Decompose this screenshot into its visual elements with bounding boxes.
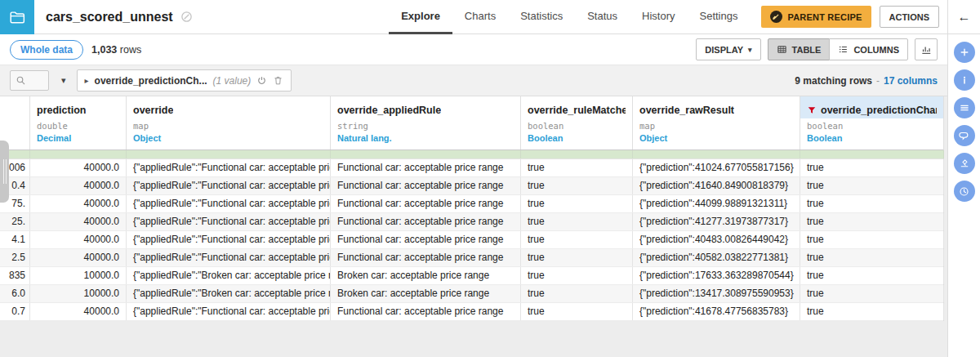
column-meaning[interactable] (0, 120, 29, 127)
table-cell[interactable]: 40000.0 (30, 159, 127, 176)
actions-button[interactable]: ACTIONS (880, 6, 940, 28)
columns-view-button[interactable]: COLUMNS (829, 38, 908, 60)
column-header-override[interactable]: overridemapObject (127, 96, 331, 149)
table-cell[interactable]: {"appliedRule":"Functional car: acceptab… (127, 303, 331, 320)
trash-icon[interactable] (273, 75, 283, 86)
table-cell[interactable]: 40000.0 (30, 195, 127, 212)
filter-toggle-icon[interactable] (256, 75, 267, 86)
table-cell[interactable]: {"prediction":41640.84900818379} (633, 177, 800, 194)
schema-icon[interactable] (954, 97, 975, 118)
discussions-icon[interactable] (954, 125, 975, 146)
table-cell[interactable]: Functional car: acceptable price range (331, 195, 521, 212)
table-cell[interactable]: {"prediction":41277.31973877317} (633, 213, 800, 230)
table-cell[interactable]: 10000.0 (30, 285, 127, 302)
table-cell[interactable]: true (800, 249, 944, 266)
table-cell[interactable]: true (521, 285, 633, 302)
table-cell[interactable]: true (800, 177, 944, 194)
column-meaning[interactable]: Decimal (30, 132, 126, 149)
columns-count-link[interactable]: 17 columns (884, 75, 938, 87)
column-meaning[interactable]: Object (633, 132, 800, 149)
table-cell[interactable]: {"appliedRule":"Functional car: acceptab… (127, 195, 331, 212)
column-meaning[interactable]: Natural lang. (331, 132, 520, 149)
chevron-down-icon[interactable]: ▾ (61, 75, 66, 86)
table-cell[interactable]: 40000.0 (30, 213, 127, 230)
tab-history[interactable]: History (630, 0, 687, 34)
table-cell[interactable]: true (800, 267, 944, 284)
table-cell[interactable]: Functional car: acceptable price range (331, 213, 521, 230)
tab-status[interactable]: Status (575, 0, 630, 34)
table-cell[interactable]: true (521, 267, 633, 284)
table-cell[interactable]: {"prediction":40582.03822771381} (633, 249, 800, 266)
left-panel-handle[interactable] (0, 141, 9, 203)
table-cell[interactable]: Functional car: acceptable price range (331, 249, 521, 266)
table-cell[interactable]: true (800, 303, 944, 320)
column-header-override_predictionChanged[interactable]: override_predictionChangedbooleanBoolean (800, 96, 944, 149)
table-cell[interactable]: {"appliedRule":"Functional car: acceptab… (127, 249, 331, 266)
table-cell[interactable]: 40000.0 (30, 177, 127, 194)
tab-statistics[interactable]: Statistics (508, 0, 575, 34)
parent-recipe-button[interactable]: PARENT RECIPE (761, 6, 871, 28)
table-cell[interactable]: 40000.0 (30, 231, 127, 248)
sample-badge[interactable]: Whole data (10, 40, 83, 60)
dataset-icon[interactable] (0, 0, 34, 34)
filter-chip[interactable]: ▸ override_predictionCh... (1 value) (77, 69, 292, 91)
column-header-override_rawResult[interactable]: override_rawResultmapObject (633, 96, 800, 149)
table-view-button[interactable]: TABLE (768, 38, 831, 60)
clock-icon[interactable] (954, 181, 975, 202)
charts-quick-button[interactable] (915, 38, 938, 60)
table-cell[interactable]: 10000.0 (30, 267, 127, 284)
table-cell[interactable]: {"prediction":13417.308975590953} (633, 285, 800, 302)
table-cell[interactable]: true (521, 177, 633, 194)
table-cell[interactable]: true (521, 213, 633, 230)
table-cell[interactable]: .25 (0, 213, 30, 230)
table-cell[interactable]: {"prediction":40483.00826449042} (633, 231, 800, 248)
table-cell[interactable]: Broken car: acceptable price range (331, 267, 521, 284)
table-cell[interactable]: true (800, 231, 944, 248)
tab-explore[interactable]: Explore (389, 0, 452, 34)
table-cell[interactable]: 835 (0, 267, 30, 284)
table-cell[interactable]: {"prediction":44099.98891321311} (633, 195, 800, 212)
table-cell[interactable]: true (800, 285, 944, 302)
tab-settings[interactable]: Settings (687, 0, 750, 34)
column-meaning[interactable]: Boolean (800, 132, 943, 149)
table-cell[interactable]: {"appliedRule":"Functional car: acceptab… (127, 159, 331, 176)
table-cell[interactable]: {"appliedRule":"Broken car: acceptable p… (127, 285, 331, 302)
highlighted-row-sliver[interactable] (0, 150, 943, 159)
table-cell[interactable]: 6.0 (0, 285, 30, 302)
table-cell[interactable]: true (800, 159, 944, 176)
display-dropdown[interactable]: DISPLAY ▾ (696, 38, 760, 60)
table-cell[interactable]: true (521, 303, 633, 320)
info-icon[interactable] (954, 69, 975, 91)
column-header-override_ruleMatched[interactable]: override_ruleMatchedbooleanBoolean (521, 96, 633, 149)
lab-icon[interactable] (954, 153, 975, 174)
table-cell[interactable]: 40000.0 (30, 303, 127, 320)
table-cell[interactable]: true (521, 159, 633, 176)
back-icon[interactable]: ← (958, 11, 971, 24)
column-meaning[interactable]: Boolean (521, 132, 632, 149)
table-cell[interactable]: Functional car: acceptable price range (331, 159, 521, 176)
table-cell[interactable]: {"appliedRule":"Functional car: acceptab… (127, 231, 331, 248)
table-cell[interactable]: true (800, 195, 944, 212)
table-cell[interactable]: true (521, 249, 633, 266)
table-cell[interactable]: Functional car: acceptable price range (331, 231, 521, 248)
tab-charts[interactable]: Charts (452, 0, 508, 34)
table-cell[interactable]: {"prediction":41678.47756835783} (633, 303, 800, 320)
search-input[interactable] (10, 70, 49, 91)
table-cell[interactable]: {"prediction":17633.363289870544} (633, 267, 800, 284)
table-cell[interactable]: 0.7 (0, 303, 30, 320)
table-cell[interactable]: true (521, 231, 633, 248)
table-cell[interactable]: {"appliedRule":"Functional car: acceptab… (127, 177, 331, 194)
table-cell[interactable]: true (800, 213, 944, 230)
table-cell[interactable]: true (521, 195, 633, 212)
table-cell[interactable]: Functional car: acceptable price range (331, 177, 521, 194)
column-meaning[interactable]: Object (127, 132, 330, 149)
column-header-override_appliedRule[interactable]: override_appliedRulestringNatural lang. (331, 96, 521, 149)
table-cell[interactable]: 4.1 (0, 231, 30, 248)
collapse-arrow-icon[interactable]: ▸ (85, 76, 89, 85)
table-cell[interactable]: {"appliedRule":"Broken car: acceptable p… (127, 267, 331, 284)
table-cell[interactable]: 2.5 (0, 249, 30, 266)
table-cell[interactable]: {"prediction":41024.677055817156} (633, 159, 800, 176)
column-header-prediction[interactable]: predictiondoubleDecimal (30, 96, 127, 149)
table-cell[interactable]: {"appliedRule":"Functional car: acceptab… (127, 213, 331, 230)
plus-icon[interactable] (954, 42, 975, 63)
